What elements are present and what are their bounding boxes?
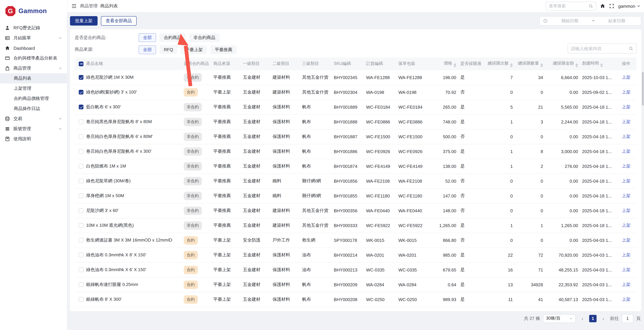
fullscreen-icon[interactable] xyxy=(609,3,614,9)
contract-badge-cell: 非合約 xyxy=(182,118,212,126)
user-menu[interactable]: gammon xyxy=(618,4,641,8)
row-select-cell[interactable] xyxy=(75,178,85,183)
sort-icon[interactable] xyxy=(510,63,513,67)
sidebar-item-product-operation-log[interactable]: 商品操作日誌 xyxy=(0,104,67,114)
page-number-button[interactable]: 1 xyxy=(589,315,596,322)
publish-link[interactable]: 上架 xyxy=(622,267,630,272)
column-header-總採購次數[interactable]: 總採購次數 xyxy=(485,60,516,67)
jump-page-input[interactable] xyxy=(622,314,633,323)
view-all-products-button[interactable]: 查看全部商品 xyxy=(101,16,136,26)
collapse-menu-icon[interactable] xyxy=(71,3,77,9)
row-checkbox[interactable] xyxy=(79,75,84,80)
publish-link[interactable]: 上架 xyxy=(622,252,630,257)
row-select-cell[interactable] xyxy=(75,90,85,94)
filter-chip-平臺上架[interactable]: 平臺上架 xyxy=(181,45,207,54)
sidebar-item-contract-analysis[interactable]: 合約與標準產品分析表 xyxy=(0,53,67,63)
sidebar-item-publish-management[interactable]: 上架管理 xyxy=(0,84,67,94)
row-select-cell[interactable] xyxy=(75,208,85,213)
row-select-cell[interactable] xyxy=(75,282,85,287)
category2-cell: 保護材料 xyxy=(271,104,301,110)
sidebar-item-dashboard[interactable]: Dashboard xyxy=(0,43,67,53)
publish-link[interactable]: 上架 xyxy=(622,90,630,94)
row-select-cell[interactable] xyxy=(75,268,85,272)
row-checkbox[interactable] xyxy=(79,268,84,272)
publish-link[interactable]: 上架 xyxy=(622,208,630,213)
row-select-cell[interactable] xyxy=(75,120,85,124)
publish-link[interactable]: 上架 xyxy=(622,149,630,154)
row-select-cell[interactable] xyxy=(75,253,85,257)
row-select-cell[interactable] xyxy=(75,75,85,80)
select-all-cell[interactable] xyxy=(75,62,85,66)
publish-link[interactable]: 上架 xyxy=(622,193,630,198)
publish-link[interactable]: 上架 xyxy=(622,282,630,287)
row-checkbox[interactable] xyxy=(79,149,84,154)
publish-link[interactable]: 上架 xyxy=(622,104,630,109)
column-header-總採購金額[interactable]: 總採購金額 xyxy=(546,60,581,67)
row-checkbox[interactable] xyxy=(79,164,84,168)
row-checkbox[interactable] xyxy=(79,120,84,124)
sidebar-item-product-list[interactable]: 商品列表 xyxy=(0,73,67,84)
sidebar-item-monthly-bills[interactable]: 月結賬單 xyxy=(0,33,67,43)
date-range-picker[interactable]: 開始日期 ~ 結束日期 xyxy=(539,16,641,26)
row-checkbox[interactable] xyxy=(79,134,84,139)
sort-icon[interactable] xyxy=(454,63,456,67)
breadcrumb-item[interactable]: 商品管理 xyxy=(80,3,98,9)
row-select-cell[interactable] xyxy=(75,104,85,109)
bulk-publish-button[interactable]: 批量上架 xyxy=(70,16,98,26)
sidebar-item-product-management[interactable]: 商品管理 xyxy=(0,63,67,73)
sort-icon[interactable] xyxy=(540,63,543,67)
column-header-價格[interactable]: 價格 xyxy=(431,60,459,67)
table-search-input[interactable] xyxy=(571,46,628,51)
publish-link[interactable]: 上架 xyxy=(622,75,630,80)
filter-chip-非合約商品[interactable]: 非合約商品 xyxy=(189,33,220,42)
prev-page-button[interactable]: ‹ xyxy=(579,315,586,322)
row-checkbox[interactable] xyxy=(79,194,84,198)
filter-chip-平臺推薦[interactable]: 平臺推薦 xyxy=(210,45,237,54)
column-header-三級類目: 三級類目 xyxy=(301,61,332,66)
row-checkbox[interactable] xyxy=(79,178,84,183)
home-icon[interactable] xyxy=(600,3,606,9)
sidebar-item-user-guide[interactable]: 使用說明 xyxy=(0,134,67,144)
publish-link[interactable]: 上架 xyxy=(622,178,630,183)
filter-chip-全部[interactable]: 全部 xyxy=(138,45,156,54)
sidebar-item-rfq-history[interactable]: RFQ歷史記錄 xyxy=(0,23,67,33)
page-size-select[interactable]: 30條/頁 xyxy=(543,314,576,323)
row-select-cell[interactable] xyxy=(75,164,85,168)
sidebar-item-account-management[interactable]: 賬號管理 xyxy=(0,124,67,134)
row-checkbox[interactable] xyxy=(79,253,84,257)
select-all-checkbox[interactable] xyxy=(79,62,84,66)
chevron-down-icon xyxy=(58,127,62,131)
row-checkbox[interactable] xyxy=(79,282,84,287)
row-select-cell[interactable] xyxy=(75,297,85,302)
publish-link[interactable]: 上架 xyxy=(622,223,630,228)
publish-link[interactable]: 上架 xyxy=(622,134,630,139)
vertical-scrollbar[interactable] xyxy=(642,72,644,106)
publish-link[interactable]: 上架 xyxy=(622,238,630,242)
column-header-創建時間[interactable]: 創建時間 xyxy=(581,60,616,67)
publish-link[interactable]: 上架 xyxy=(622,164,630,168)
row-checkbox[interactable] xyxy=(79,223,84,228)
filter-chip-全部[interactable]: 全部 xyxy=(138,33,156,42)
row-select-cell[interactable] xyxy=(75,194,85,198)
next-page-button[interactable]: › xyxy=(600,315,607,322)
row-select-cell[interactable] xyxy=(75,134,85,139)
sidebar-item-contract-price-management[interactable]: 合約商品價格管理 xyxy=(0,94,67,104)
publish-link[interactable]: 上架 xyxy=(622,297,630,302)
filter-chip-合約商品[interactable]: 合約商品 xyxy=(160,33,186,42)
row-select-cell[interactable] xyxy=(75,238,85,242)
row-checkbox[interactable] xyxy=(79,104,84,109)
row-checkbox[interactable] xyxy=(79,90,84,94)
sidebar-item-transactions[interactable]: 交易 xyxy=(0,114,67,124)
publish-link[interactable]: 上架 xyxy=(622,119,630,124)
sort-icon[interactable] xyxy=(575,63,578,67)
row-select-cell[interactable] xyxy=(75,149,85,154)
filter-chip-RFQ[interactable]: RFQ xyxy=(160,45,178,54)
row-checkbox[interactable] xyxy=(79,208,84,213)
row-select-cell[interactable] xyxy=(75,223,85,228)
row-checkbox[interactable] xyxy=(79,297,84,302)
menu-search-input[interactable] xyxy=(549,4,589,8)
price-cell: 1,265.00 xyxy=(431,223,459,228)
column-header-總採購數量[interactable]: 總採購數量 xyxy=(516,60,546,67)
sort-icon[interactable] xyxy=(600,63,603,67)
row-checkbox[interactable] xyxy=(79,238,84,242)
